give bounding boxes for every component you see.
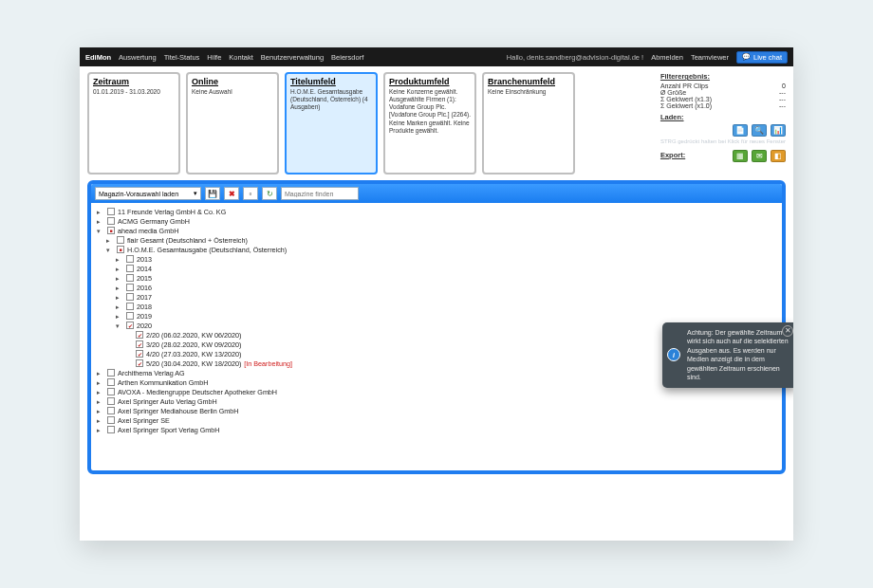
expander-icon[interactable]: ▸ xyxy=(97,217,104,226)
teamviewer-link[interactable]: Teamviewer xyxy=(691,53,729,62)
tree-node[interactable]: ▸Axel Springer Sport Verlag GmbH xyxy=(97,425,776,434)
checkbox[interactable] xyxy=(107,227,115,234)
tree-node[interactable]: ▸ACMG Germany GmbH xyxy=(97,216,776,226)
tree-node[interactable]: ▾H.O.M.E. Gesamtausgabe (Deutschland, Ös… xyxy=(106,245,776,254)
expander-icon[interactable]: ▸ xyxy=(106,236,114,245)
live-chat-button[interactable]: Live chat xyxy=(736,51,788,64)
expander-icon[interactable]: ▸ xyxy=(116,312,123,321)
checkbox[interactable] xyxy=(126,312,134,320)
tree-node-label: 2014 xyxy=(137,265,152,273)
nav-kontakt[interactable]: Kontakt xyxy=(229,53,252,62)
tree-node[interactable]: ▸Axel Springer Mediahouse Berlin GmbH xyxy=(97,406,776,415)
tree-node[interactable]: ▸2017 xyxy=(116,292,776,302)
expander-icon[interactable]: ▸ xyxy=(97,378,104,387)
checkbox[interactable] xyxy=(117,246,124,253)
checkbox[interactable] xyxy=(107,407,115,414)
expander-icon[interactable]: ▸ xyxy=(97,397,104,406)
expander-icon[interactable]: ▸ xyxy=(116,274,123,283)
checkbox[interactable] xyxy=(126,255,134,263)
info-tooltip: i ✕ Achtung: Der gewählte Zeitraum wirkt… xyxy=(662,322,793,388)
checkbox[interactable] xyxy=(107,369,115,377)
checkbox[interactable] xyxy=(126,303,134,310)
load-chart-icon[interactable]: 📊 xyxy=(771,124,786,137)
tree-node[interactable]: ▸2019 xyxy=(116,311,776,321)
save-button[interactable]: 💾 xyxy=(205,187,220,200)
preset-select[interactable]: Magazin-Vorauswahl laden ▾ xyxy=(95,187,201,200)
refresh-button[interactable]: ↻ xyxy=(262,187,277,200)
expander-icon[interactable]: ▸ xyxy=(97,369,104,377)
tree-node[interactable]: ▸2013 xyxy=(116,254,776,264)
nav-benutzerverwaltung[interactable]: Benutzerverwaltung xyxy=(261,53,324,62)
checkbox[interactable] xyxy=(107,378,115,386)
nav-auswertung[interactable]: Auswertung xyxy=(119,53,157,62)
panel-toolbar: Magazin-Vorauswahl laden ▾ 💾 ✖ ▫ ↻ xyxy=(91,184,782,203)
delete-button[interactable]: ✖ xyxy=(224,187,239,200)
checkbox[interactable] xyxy=(107,217,115,225)
checkbox[interactable] xyxy=(107,426,115,433)
collapse-button[interactable]: ▫ xyxy=(243,187,258,200)
nav-beiersdorf[interactable]: Beiersdorf xyxy=(331,53,363,62)
expander-icon[interactable]: ▸ xyxy=(97,208,104,216)
filter-online[interactable]: Online Keine Auswahl xyxy=(186,72,279,175)
tree-node[interactable]: ▾ahead media GmbH xyxy=(97,226,776,235)
tree-node-label: Axel Springer Mediahouse Berlin GmbH xyxy=(118,407,238,415)
checkbox[interactable] xyxy=(126,284,134,291)
expander-icon[interactable]: ▾ xyxy=(116,322,123,330)
results-header: Filterergebnis: xyxy=(660,72,786,81)
expander-icon[interactable]: ▾ xyxy=(97,227,104,235)
tree-node[interactable]: ▸Axel Springer Auto Verlag GmbH xyxy=(97,396,776,406)
tree-node[interactable]: ▸2016 xyxy=(116,283,776,292)
checkbox[interactable] xyxy=(107,397,115,405)
checkbox[interactable] xyxy=(107,416,115,424)
expander-icon[interactable]: ▸ xyxy=(116,255,123,264)
expander-icon[interactable]: ▸ xyxy=(116,293,123,302)
magazine-search-input[interactable] xyxy=(281,187,359,200)
tree-node[interactable]: ▸Axel Springer SE xyxy=(97,415,776,425)
checkbox[interactable] xyxy=(136,350,143,358)
expander-icon[interactable]: ▸ xyxy=(116,265,123,273)
nav-titel-status[interactable]: Titel-Status xyxy=(164,53,200,62)
tree-node[interactable]: ▸2018 xyxy=(116,302,776,311)
checkbox[interactable] xyxy=(107,208,115,215)
expander-icon[interactable]: ▸ xyxy=(97,388,104,396)
checkbox[interactable] xyxy=(117,236,124,244)
close-icon[interactable]: ✕ xyxy=(782,325,793,337)
tooltip-text: Achtung: Der gewählte Zeitraum wirkt sic… xyxy=(687,329,789,380)
filter-body: H.O.M.E. Gesamtausgabe (Deutschland, Öst… xyxy=(290,88,372,111)
load-report-icon[interactable]: 📄 xyxy=(733,124,748,137)
tree-node[interactable]: ▸flair Gesamt (Deutschland + Österreich) xyxy=(106,235,776,245)
expander-icon[interactable]: ▸ xyxy=(97,416,104,425)
tree-node[interactable]: ▸AVOXA - Mediengruppe Deutscher Apotheke… xyxy=(97,387,776,396)
expander-icon[interactable]: ▾ xyxy=(106,246,114,254)
export-rss-icon[interactable]: ◧ xyxy=(771,150,786,162)
checkbox[interactable] xyxy=(126,322,134,329)
tree-node[interactable]: ▸2015 xyxy=(116,273,776,283)
filter-title: Zeitraum xyxy=(93,77,175,86)
checkbox[interactable] xyxy=(107,388,115,395)
expander-icon[interactable]: ▸ xyxy=(97,426,104,434)
load-search-icon[interactable]: 🔍 xyxy=(752,124,767,137)
checkbox[interactable] xyxy=(126,293,134,301)
logout-link[interactable]: Abmelden xyxy=(651,53,683,62)
checkbox[interactable] xyxy=(126,274,134,282)
filter-zeitraum[interactable]: Zeitraum 01.01.2019 - 31.03.2020 xyxy=(87,72,180,175)
filter-produktumfeld[interactable]: Produktumfeld Keine Konzerne gewählt. Au… xyxy=(383,72,476,175)
checkbox[interactable] xyxy=(126,265,134,272)
checkbox[interactable] xyxy=(136,340,143,348)
nav-hilfe[interactable]: Hilfe xyxy=(207,53,221,62)
expander-icon[interactable]: ▸ xyxy=(97,407,104,415)
filter-branchenumfeld[interactable]: Branchenumfeld Keine Einschränkung xyxy=(482,72,575,175)
expander-icon[interactable]: ▸ xyxy=(116,303,123,311)
checkbox[interactable] xyxy=(136,331,143,339)
tree-node[interactable]: ▸11 Freunde Verlag GmbH & Co. KG xyxy=(97,207,776,216)
checkbox[interactable] xyxy=(136,359,143,367)
chevron-down-icon: ▾ xyxy=(194,190,197,197)
export-excel-icon[interactable]: ▦ xyxy=(733,150,748,162)
filter-titelumfeld[interactable]: Titelumfeld H.O.M.E. Gesamtausgabe (Deut… xyxy=(285,72,378,175)
tree-node-label: flair Gesamt (Deutschland + Österreich) xyxy=(127,236,248,245)
tree-node[interactable]: ▸2014 xyxy=(116,264,776,273)
stat-label: Σ Geldwert (x1.0) xyxy=(660,102,712,109)
expander-icon[interactable]: ▸ xyxy=(116,284,123,292)
export-csv-icon[interactable]: ✉ xyxy=(752,150,767,162)
results-column: Filterergebnis: Anzahl PR Clips0 Ø Größe… xyxy=(660,72,786,175)
